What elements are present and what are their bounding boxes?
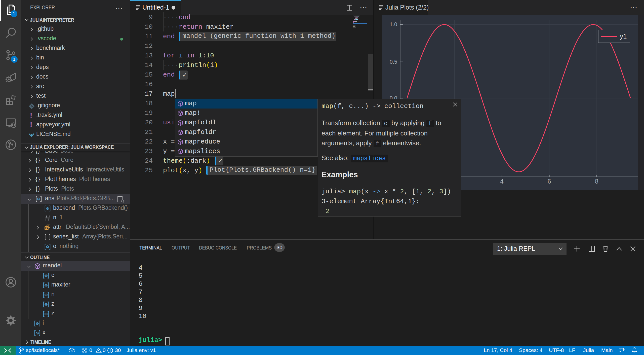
svg-text:1.0: 1.0 <box>390 21 397 27</box>
svg-text:8: 8 <box>595 178 598 185</box>
svg-text:0.5: 0.5 <box>390 59 397 65</box>
svg-text:4: 4 <box>500 178 504 185</box>
svg-text:y1: y1 <box>620 32 627 40</box>
svg-text:6: 6 <box>548 178 551 185</box>
